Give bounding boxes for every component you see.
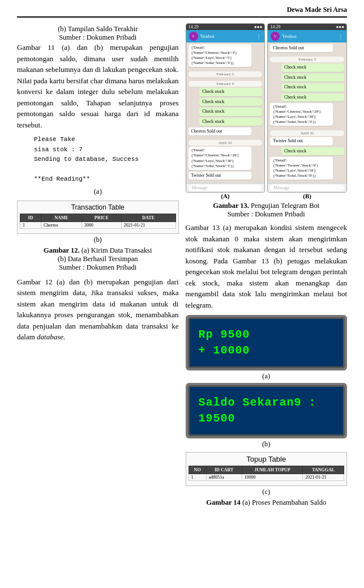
paragraph-3: Gambar 13 (a) merupakan kondisi sistem m… [186,222,348,310]
fig13-caption: Gambar 13. Pengujian Telegram Bot Sumber… [186,202,348,219]
chat-detail-twister: {'Detail':{'Name':'Twister','Stock':'0'}… [270,157,333,180]
col-date: DATE [121,214,175,221]
chat-header-b: V Venbot ⋮ [268,30,346,42]
lcd-caption-a: (a) [186,372,348,381]
venbot-icon-b: V [271,32,280,41]
topup-caption-c: (c) [186,488,348,496]
chat-twister-sold-b: Twister Sold out [270,137,333,145]
right-column: 14:29●●● V Venbot ⋮ {'Detail':{'Name':'C… [186,23,348,507]
chat-cheetos-sold-b: Cheetos Sold out [270,44,333,52]
message-input-a[interactable]: Message [189,185,263,191]
lcd-display-b: Saldo Sekaran9 : 19500 [188,385,345,436]
left-column: (b) Tampilan Saldo Terakhir Sumber : Dok… [17,23,179,507]
chat-date-apr22-a: April 22 [189,140,263,146]
topup-table-row: 1 a48051a 10000 2021-01-21 [189,474,344,481]
chat-check-stock-2: Check stock [199,98,262,106]
col-price: PRICE [82,214,121,221]
col-jumlah: JUMLAH TOPUP [242,466,303,474]
chat-date-feb5: February 5 [189,71,263,77]
fig14-caption: Gambar 14 (a) Proses Penambahan Saldo [186,498,348,507]
transaction-table-title: Transaction Table [20,203,176,211]
chat-detail2: {'Detail':{'Name':'Cheetos','Stock':'29'… [189,147,251,169]
chat-sold-twister: Twister Sold out [189,172,251,180]
caption-b: (b) [17,236,179,244]
transaction-table: ID NAME PRICE DATE 1 Cheetos 3000 [20,214,176,229]
chat-date-feb8: February 8 [189,81,263,87]
caption-fig11-b: (b) Tampilan Saldo Terakhir Sumber : Dok… [17,25,179,42]
chat-header-a: V Venbot ⋮ [186,30,265,42]
topup-table: NO ID CART JUMLAH TOPUP TANGGAL 1 a48051… [189,466,345,481]
code-caption-a: (a) [17,187,179,196]
phone-screenshot-a: 14:29●●● V Venbot ⋮ {'Detail':{'Name':'C… [186,23,265,199]
phone-screenshot-b: 14:29●●● V Venbot ⋮ Cheetos Sold out Feb… [267,23,347,199]
table-row: 1 Cheetos 3000 2021-01-21 [20,221,176,228]
col-name: NAME [41,214,82,221]
chat-check-stock-3: Check stock [199,108,262,116]
header-author: Dewa Made Sri Arsa [17,6,347,18]
chat-check-stock-1: Check stock [199,88,262,96]
chat-check-stock-b2: Check stock [281,74,344,82]
col-no: NO [189,466,206,474]
chat-detail-b: {'Detail':{'Name':'Cheetos','Stock':'29'… [270,103,333,126]
chat-messages-b: Cheetos Sold out February 5 Check stock … [268,42,346,183]
venbot-name-a: Venbot [200,33,215,39]
topup-table-title: Topup Table [189,455,345,463]
chat-check-stock-b3: Check stock [281,83,344,91]
message-input-b[interactable]: Message [270,185,344,191]
chat-check-stock-b1: Check stock [281,63,344,71]
chat-bubble-detail1: {'Detail':{'Name':'Cheetos','Stock':'3'}… [189,44,251,67]
status-bar-a: 14:29●●● [186,24,265,30]
col-id-cart: ID CART [206,466,242,474]
chat-check-stock-b5: Check stock [281,147,344,155]
code-block: Please Take sisa stok : 7 Sending to dat… [34,135,179,185]
chat-date-apr22-b: April 22 [270,130,344,136]
chat-sold-cheetos: Cheetos Sold out [189,127,251,135]
chat-check-stock-b4: Check stock [281,93,344,101]
input-bar-a[interactable]: Message [186,183,265,192]
paragraph-1: Gambar 11 (a) dan (b) merupakan pengujia… [17,42,179,130]
col-id: ID [20,214,41,221]
venbot-name-b: Venbot [282,33,297,39]
fig12-caption: Gambar 12. Gambar 12. (a) Kirim Data Tra… [17,246,179,272]
paragraph-2: Gambar 12 (a) dan (b) merupakan pengujia… [17,276,179,343]
col-tanggal: TANGGAL [303,466,344,474]
lcd-display-a: Rp 9500 + 10000 [188,317,345,368]
input-bar-b[interactable]: Message [268,183,346,192]
chat-messages-a: {'Detail':{'Name':'Cheetos','Stock':'3'}… [186,42,265,183]
chat-check-stock-4: Check stock [199,118,262,126]
status-bar-b: 14:29●●● [268,24,346,30]
chat-date-feb5-b: February 5 [270,57,344,62]
venbot-icon-a: V [189,32,198,41]
lcd-caption-b: (b) [186,440,348,449]
